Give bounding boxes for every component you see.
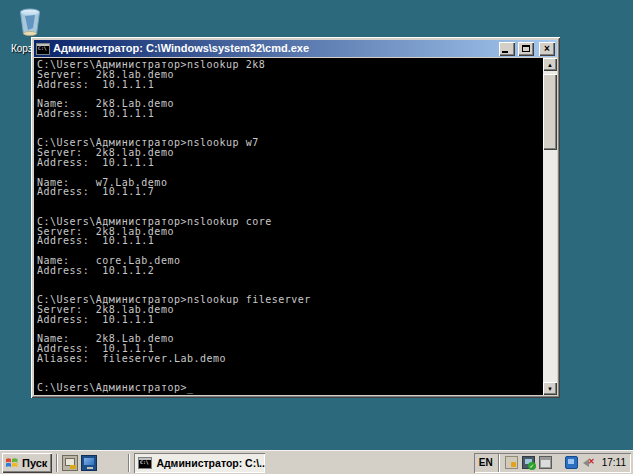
- maximize-button[interactable]: [518, 42, 534, 56]
- network-icon[interactable]: [565, 456, 578, 469]
- recycle-bin-icon: [13, 4, 47, 38]
- tray-clock[interactable]: 17:11: [602, 457, 626, 468]
- cmd-window: Администратор: C:\Windows\system32\cmd.e…: [31, 37, 560, 398]
- volume-muted-icon[interactable]: [582, 456, 595, 469]
- update-icon[interactable]: [505, 456, 518, 469]
- start-button-label: Пуск: [22, 457, 47, 469]
- close-button[interactable]: ×: [539, 42, 555, 56]
- start-button[interactable]: Пуск: [2, 453, 52, 473]
- titlebar[interactable]: Администратор: C:\Windows\system32\cmd.e…: [34, 40, 557, 57]
- desktop: Корзина Администратор: C:\Windows\system…: [0, 0, 633, 474]
- scroll-down-button[interactable]: ▼: [543, 382, 557, 395]
- language-indicator[interactable]: EN: [479, 457, 493, 468]
- task-button-label: Администратор: C:\...: [156, 457, 265, 469]
- console-output[interactable]: C:\Users\Администратор>nslookup 2k8 Serv…: [34, 58, 543, 395]
- show-desktop-icon[interactable]: [81, 455, 97, 471]
- scroll-up-button[interactable]: ▲: [543, 58, 557, 71]
- windows-logo-icon: [5, 456, 19, 469]
- cmd-icon: [138, 457, 152, 469]
- maximize-icon: [522, 45, 530, 52]
- console-window-icon[interactable]: [539, 456, 552, 469]
- cmd-icon: [36, 43, 50, 55]
- taskbar-separator: [128, 454, 130, 472]
- window-title: Администратор: C:\Windows\system32\cmd.e…: [53, 40, 496, 57]
- task-button-cmd[interactable]: Администратор: C:\...: [134, 453, 265, 473]
- scrollbar-thumb[interactable]: [543, 74, 557, 150]
- tray-separator: [498, 454, 500, 472]
- minimize-button[interactable]: [499, 42, 515, 56]
- console-scrollbar[interactable]: ▲ ▼: [543, 58, 557, 395]
- close-icon: ×: [544, 43, 550, 54]
- taskbar-separator: [56, 454, 58, 472]
- taskbar: Пуск Администратор: C:\... EN 17:11: [0, 450, 633, 474]
- network-status-ok-icon[interactable]: [522, 456, 535, 469]
- scroll-up-icon: ▲: [547, 62, 553, 68]
- system-tray: EN 17:11: [474, 453, 631, 473]
- minimize-icon: [502, 51, 508, 53]
- server-manager-icon[interactable]: [62, 455, 78, 471]
- scrollbar-track[interactable]: [543, 150, 557, 382]
- scroll-down-icon: ▼: [547, 386, 553, 392]
